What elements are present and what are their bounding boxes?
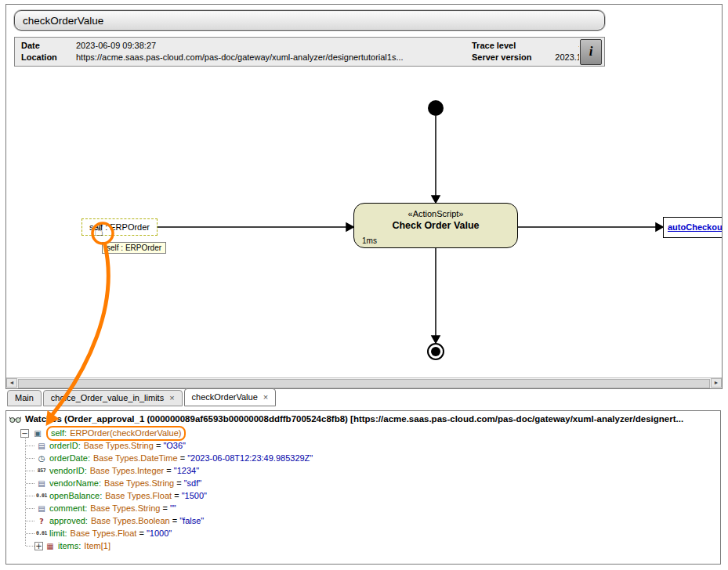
annotation-highlight-ring: self: ERPOrder(checkOrderValue)	[46, 426, 186, 441]
tree-guide	[26, 471, 34, 471]
watches-title: Watches (Order_approval_1 (000000089af65…	[25, 414, 683, 424]
watch-name: vendorName:	[49, 478, 101, 488]
type-icon: ▤	[36, 479, 47, 488]
equals-sign: =	[164, 466, 174, 475]
watch-name: orderDate:	[49, 453, 90, 463]
tree-guide	[26, 483, 34, 484]
watch-type: Item[1]	[84, 541, 110, 550]
watch-item-row[interactable]: + ▦ items: Item[1]	[6, 539, 720, 552]
type-icon: ▤	[36, 442, 47, 450]
trace-diagram-frame: checkOrderValue Date 2023-06-09 09:38:27…	[5, 4, 723, 389]
hand-cursor-icon: ☝	[94, 221, 103, 240]
type-icon: 0.01	[36, 492, 47, 499]
watch-item-row[interactable]: 857 vendorID: Base Types.Integer = "1234…	[6, 464, 720, 477]
watch-item-row[interactable]: 0.01 limit: Base Types.Float = "1000"	[6, 527, 720, 539]
next-activity-node[interactable]: autoCheckou...	[663, 217, 723, 238]
tab-label: checkOrderValue	[192, 391, 258, 404]
watches-panel: Watches (Order_approval_1 (000000089af65…	[5, 410, 721, 565]
watch-name: items:	[58, 541, 81, 550]
watch-name: approved:	[49, 516, 88, 525]
watches-icon	[9, 415, 21, 424]
watch-item-row[interactable]: ▤ comment: Base Types.String = ""	[6, 502, 720, 514]
watch-type: Base Types.Float	[71, 529, 137, 538]
action-duration: 1ms	[362, 236, 377, 245]
watch-value: "2023-06-08T12:23:49.985329Z"	[187, 453, 313, 463]
watch-type: Base Types.String	[84, 441, 154, 450]
watch-value: "1234"	[174, 466, 199, 475]
equals-sign: =	[136, 529, 147, 538]
expand-expander-icon[interactable]: +	[34, 542, 43, 550]
watch-type: Base Types.String	[90, 503, 160, 513]
tab-label: choice_Order_value_in_limits	[51, 391, 164, 405]
tab-bar: Main choice_Order_value_in_limits × chec…	[5, 389, 721, 406]
action-name: Check Order Value	[354, 220, 517, 231]
type-icon: 857	[36, 467, 47, 474]
type-icon: 0.01	[36, 530, 47, 536]
watch-root-row[interactable]: − ▣ self: ERPOrder(checkOrderValue)	[6, 427, 720, 439]
watch-item-row[interactable]: ▤ vendorName: Base Types.String = "sdf"	[6, 477, 720, 489]
type-icon: ▤	[36, 504, 47, 513]
watch-value: "1500"	[182, 491, 207, 500]
next-activity-link[interactable]: autoCheckou...	[668, 222, 723, 232]
type-icon: ▦	[45, 542, 56, 550]
tree-guide	[26, 458, 34, 459]
type-icon: ?	[36, 517, 47, 525]
tab-checkordervalue[interactable]: checkOrderValue ×	[184, 388, 277, 406]
action-node-check-order-value[interactable]: «ActionScript» Check Order Value 1ms	[353, 203, 518, 248]
watch-type: ERPOrder(checkOrderValue)	[70, 428, 181, 438]
tree-guide	[26, 521, 34, 521]
watch-name: comment:	[49, 503, 87, 513]
collapse-expander-icon[interactable]: −	[20, 429, 29, 438]
watch-name: orderID:	[49, 441, 81, 450]
tree-guide	[26, 546, 34, 547]
tree-guide	[26, 508, 34, 509]
tab-main[interactable]: Main	[7, 390, 42, 406]
watch-type: Base Types.String	[104, 478, 174, 488]
watch-name: self:	[51, 428, 67, 438]
watch-type: Base Types.Boolean	[91, 516, 170, 525]
equals-sign: =	[170, 516, 180, 525]
app-window: checkOrderValue Date 2023-06-09 09:38:27…	[0, 0, 728, 570]
object-node-self-erporder[interactable]: self : ERPOrder	[81, 218, 158, 236]
equals-sign: =	[172, 491, 182, 500]
initial-node[interactable]	[428, 100, 444, 116]
horizontal-scrollbar[interactable]: ◄ ►	[6, 377, 722, 388]
watch-name: limit:	[49, 529, 67, 538]
tab-label: Main	[15, 391, 34, 405]
object-type-icon: ▣	[32, 429, 43, 438]
watch-value: "O36"	[163, 441, 186, 450]
watch-name: vendorID:	[49, 466, 87, 475]
watches-tree: − ▣ self: ERPOrder(checkOrderValue) ▤ or…	[6, 426, 720, 552]
equals-sign: =	[160, 503, 170, 513]
scroll-left-icon[interactable]: ◄	[6, 378, 17, 388]
stereotype-label: «ActionScript»	[354, 209, 517, 218]
tree-guide	[26, 496, 34, 496]
equals-sign: =	[178, 453, 188, 463]
tree-guide	[26, 533, 34, 534]
final-node-dot	[431, 347, 440, 356]
equals-sign: =	[154, 441, 164, 450]
type-icon: ◷	[36, 454, 47, 463]
watch-name: openBalance:	[49, 491, 102, 500]
object-node-tooltip: self : ERPOrder	[102, 242, 166, 254]
watch-value: "sdf"	[184, 478, 201, 488]
watch-type: Base Types.Float	[105, 491, 172, 500]
watch-item-row[interactable]: 0.01 openBalance: Base Types.Float = "15…	[6, 489, 720, 502]
tab-choice-order-value-in-limits[interactable]: choice_Order_value_in_limits ×	[43, 390, 183, 406]
scrollbar-thumb[interactable]	[18, 379, 710, 388]
watch-value: "false"	[179, 516, 204, 525]
tree-guide	[26, 446, 34, 446]
watch-type: Base Types.DateTime	[93, 453, 178, 463]
tab-close-icon[interactable]: ×	[169, 391, 174, 405]
watch-item-row[interactable]: ◷ orderDate: Base Types.DateTime = "2023…	[6, 452, 720, 464]
final-node[interactable]	[427, 343, 444, 360]
tab-close-icon[interactable]: ×	[263, 391, 268, 404]
scroll-right-icon[interactable]: ►	[711, 378, 722, 388]
watch-value: ""	[170, 503, 176, 513]
watch-item-row[interactable]: ? approved: Base Types.Boolean = "false"	[6, 514, 720, 527]
watch-value: "1000"	[147, 529, 172, 538]
watch-item-row[interactable]: ▤ orderID: Base Types.String = "O36"	[6, 439, 720, 452]
diagram-connectors	[6, 5, 722, 388]
equals-sign: =	[174, 478, 184, 488]
watch-type: Base Types.Integer	[90, 466, 165, 475]
